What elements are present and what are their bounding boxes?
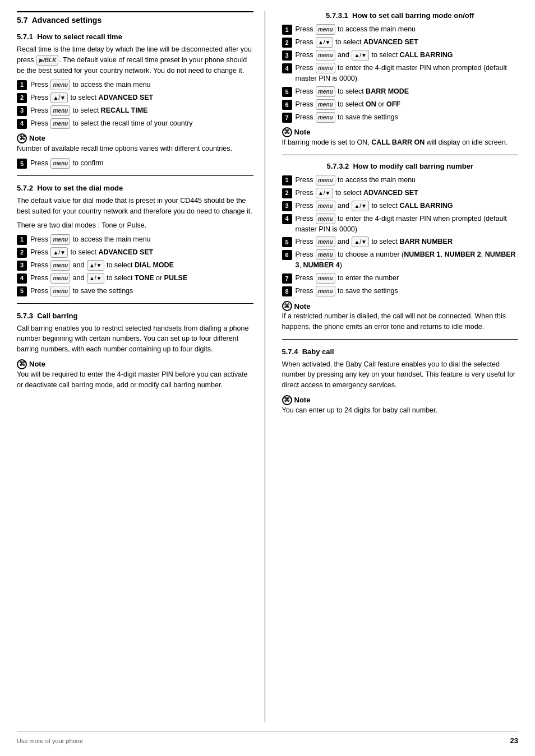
subsection-5-7-3-2-title: 5.7.3.2 How to modify call barring numbe… — [282, 162, 519, 170]
step-item: 3 Press menu to select RECALL TIME — [17, 105, 253, 116]
menu-btn: menu — [316, 112, 335, 123]
divider — [282, 339, 519, 340]
menu-btn: menu — [50, 273, 70, 284]
step-item: 3 Press menu and ▲/▼ to select CALL BARR… — [282, 201, 519, 211]
note-5-7-3-2: ⌘ Note If a restricted number is dialled… — [282, 301, 519, 332]
recall-btn-icon: ▶/BLK — [36, 55, 58, 66]
nav-btn: ▲/▼ — [352, 201, 369, 211]
step-item: 1 Press menu to access the main menu — [17, 234, 253, 245]
section-title-text: Advanced settings — [32, 16, 102, 25]
note-icon: ⌘ — [282, 127, 292, 137]
step-item: 8 Press menu to save the settings — [282, 286, 519, 296]
menu-btn: menu — [316, 273, 335, 284]
menu-btn: menu — [316, 236, 335, 247]
steps-5-7-2: 1 Press menu to access the main menu 2 P… — [17, 234, 253, 296]
steps-5-7-1: 1 Press menu to access the main menu 2 P… — [17, 80, 253, 129]
menu-btn: menu — [50, 118, 70, 129]
step-item: 3 Press menu and ▲/▼ to select CALL BARR… — [282, 50, 519, 61]
note-title: ⌘ Note — [17, 359, 253, 369]
menu-btn: menu — [50, 260, 70, 271]
subsection-5-7-3-1-title: 5.7.3.1 How to set call barring mode on/… — [282, 11, 519, 20]
menu-btn: menu — [50, 234, 70, 245]
note-5-7-4: ⌘ Note You can enter up to 24 digits for… — [282, 395, 519, 416]
step-item: 1 Press menu to access the main menu — [17, 80, 253, 90]
left-column: 5.7 Advanced settings 5.7.1 How to selec… — [17, 11, 265, 722]
menu-btn: menu — [50, 286, 70, 296]
note-5-7-1: ⌘ Note Number of available recall time o… — [17, 133, 253, 154]
nav-btn: ▲/▼ — [50, 247, 68, 258]
note-icon: ⌘ — [17, 133, 27, 143]
nav-btn: ▲/▼ — [87, 273, 104, 284]
divider — [17, 175, 253, 176]
main-section-title: 5.7 Advanced settings — [17, 11, 253, 25]
note-text: You will be required to enter the 4-digi… — [17, 369, 253, 391]
footer: Use more of your phone 23 — [17, 731, 518, 745]
menu-btn: menu — [50, 158, 70, 169]
step-item: 7 Press menu to save the settings — [282, 112, 519, 123]
subsection-5-7-2-title: 5.7.2 How to set the dial mode — [17, 184, 253, 192]
subsection-5-7-3-intro: Call barring enables you to restrict sel… — [17, 323, 253, 355]
step-item: 3 Press menu and ▲/▼ to select DIAL MODE — [17, 260, 253, 271]
subsection-5-7-1-intro: Recall time is the time delay by which t… — [17, 44, 253, 76]
note-icon: ⌘ — [17, 359, 27, 369]
note-text: Number of available recall time options … — [17, 143, 253, 154]
menu-btn: menu — [316, 63, 335, 73]
note-5-7-3: ⌘ Note You will be required to enter the… — [17, 359, 253, 391]
menu-btn: menu — [316, 249, 335, 260]
step-item: 5 Press menu and ▲/▼ to select BARR NUMB… — [282, 236, 519, 247]
menu-btn: menu — [316, 286, 335, 296]
steps-5-7-1-extra: 5 Press menu to confirm — [17, 158, 253, 169]
note-icon: ⌘ — [282, 301, 292, 311]
nav-btn: ▲/▼ — [316, 37, 333, 48]
divider — [17, 303, 253, 304]
note-title: ⌘ Note — [282, 301, 519, 311]
menu-btn: menu — [316, 86, 335, 97]
steps-5-7-3-1: 1 Press menu to access the main menu 2 P… — [282, 24, 519, 123]
nav-btn: ▲/▼ — [316, 188, 333, 198]
step-item: 5 Press menu to select BARR MODE — [282, 86, 519, 97]
page-number: 23 — [510, 736, 518, 745]
step-item: 1 Press menu to access the main menu — [282, 175, 519, 185]
nav-btn: ▲/▼ — [352, 50, 369, 61]
page: 5.7 Advanced settings 5.7.1 How to selec… — [0, 0, 535, 756]
step-item: 6 Press menu to choose a number (NUMBER … — [282, 249, 519, 271]
step-item: 2 Press ▲/▼ to select ADVANCED SET — [282, 188, 519, 198]
subsection-5-7-3-title: 5.7.3 Call barring — [17, 312, 253, 320]
subsection-5-7-4-intro: When activated, the Baby Call feature en… — [282, 359, 519, 391]
subsection-5-7-2-intro: The default value for dial mode that is … — [17, 196, 253, 217]
step-item: 4 Press menu to enter the 4-digit master… — [282, 214, 519, 235]
step-item: 6 Press menu to select ON or OFF — [282, 99, 519, 110]
note-title: ⌘ Note — [17, 133, 253, 143]
steps-5-7-3-2: 1 Press menu to access the main menu 2 P… — [282, 175, 519, 297]
step-item: 4 Press menu and ▲/▼ to select TONE or P… — [17, 273, 253, 284]
step-item: 2 Press ▲/▼ to select ADVANCED SET — [17, 92, 253, 103]
note-5-7-3-1: ⌘ Note If barring mode is set to ON, CAL… — [282, 127, 519, 148]
step-item: 4 Press menu to select the recall time o… — [17, 118, 253, 129]
columns: 5.7 Advanced settings 5.7.1 How to selec… — [17, 11, 518, 722]
step-item: 7 Press menu to enter the number — [282, 273, 519, 284]
menu-btn: menu — [316, 175, 335, 185]
step-item: 2 Press ▲/▼ to select ADVANCED SET — [282, 37, 519, 48]
subsection-5-7-4-title: 5.7.4 Baby call — [282, 347, 519, 356]
nav-btn: ▲/▼ — [50, 92, 68, 103]
step-item: 2 Press ▲/▼ to select ADVANCED SET — [17, 247, 253, 258]
note-title: ⌘ Note — [282, 395, 519, 405]
note-title: ⌘ Note — [282, 127, 519, 137]
subsection-5-7-2-intro2: There are two dial modes : Tone or Pulse… — [17, 220, 253, 231]
footer-left: Use more of your phone — [17, 738, 83, 744]
menu-btn: menu — [316, 214, 335, 224]
menu-btn: menu — [316, 201, 335, 211]
step-item: 5 Press menu to save the settings — [17, 286, 253, 296]
note-icon: ⌘ — [282, 395, 292, 405]
nav-btn: ▲/▼ — [352, 236, 369, 247]
menu-btn: menu — [50, 80, 70, 90]
step-item: 4 Press menu to enter the 4-digit master… — [282, 63, 519, 84]
step-item: 5 Press menu to confirm — [17, 158, 253, 169]
nav-btn: ▲/▼ — [87, 260, 104, 271]
note-text: You can enter up to 24 digits for baby c… — [282, 405, 519, 416]
divider — [282, 155, 519, 155]
note-text: If a restricted number is dialled, the c… — [282, 311, 519, 332]
menu-btn: menu — [316, 50, 335, 61]
menu-btn: menu — [316, 24, 335, 35]
note-text: If barring mode is set to ON, CALL BARR … — [282, 137, 519, 148]
